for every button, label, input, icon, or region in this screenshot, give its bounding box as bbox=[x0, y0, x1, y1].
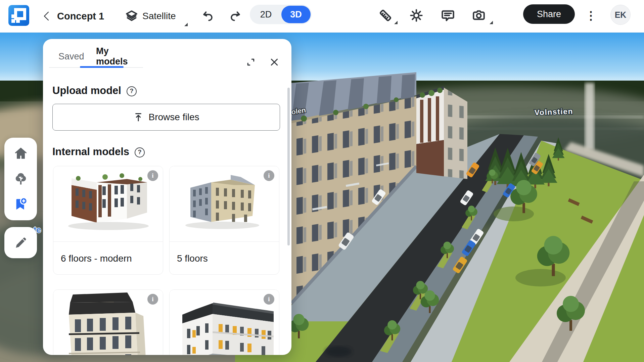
left-toolbar bbox=[4, 138, 37, 220]
chevron-left-icon bbox=[44, 12, 48, 20]
sun-icon bbox=[409, 8, 423, 22]
street-label-volnstien: Volnstien bbox=[534, 107, 573, 117]
tab-my-models[interactable]: My models bbox=[96, 46, 128, 66]
home-tool-button[interactable] bbox=[10, 144, 32, 164]
camera-icon bbox=[472, 8, 486, 22]
model-info-button[interactable]: i bbox=[147, 294, 158, 305]
browse-files-label: Browse files bbox=[149, 112, 199, 123]
undo-icon bbox=[201, 10, 214, 22]
close-icon bbox=[269, 57, 279, 67]
ruler-icon bbox=[378, 8, 393, 22]
toggle-3d[interactable]: 3D bbox=[281, 6, 311, 23]
expand-panel-button[interactable] bbox=[243, 54, 259, 70]
view-dimension-toggle: 2D 3D bbox=[250, 5, 312, 24]
model-card-6-floors-modern[interactable]: i 6 floors - modern bbox=[53, 166, 163, 275]
share-button[interactable]: Share bbox=[523, 4, 575, 24]
measure-button[interactable] bbox=[377, 7, 394, 24]
saved-models-tool-button[interactable] bbox=[10, 194, 32, 214]
back-button[interactable] bbox=[40, 8, 53, 24]
upload-icon bbox=[133, 112, 143, 122]
screenshot-button[interactable] bbox=[471, 7, 487, 24]
tree-icon bbox=[13, 172, 28, 186]
model-thumbnail bbox=[170, 166, 279, 241]
app-logo[interactable] bbox=[8, 5, 29, 26]
comment-icon bbox=[441, 8, 455, 22]
user-avatar[interactable]: EK bbox=[610, 5, 631, 25]
overflow-menu-button[interactable]: ⋮ bbox=[584, 7, 598, 24]
active-tab-indicator bbox=[80, 66, 124, 68]
internal-help-icon[interactable]: ? bbox=[135, 147, 145, 157]
top-toolbar: Concept 1 Satellite 2D 3D bbox=[0, 0, 644, 33]
panel-scrollbar[interactable] bbox=[287, 88, 290, 245]
redo-icon bbox=[229, 10, 242, 22]
upload-help-icon[interactable]: ? bbox=[127, 86, 137, 96]
expand-icon bbox=[246, 57, 256, 67]
model-info-button[interactable]: i bbox=[264, 170, 274, 181]
redo-button[interactable] bbox=[228, 9, 243, 24]
model-thumbnail bbox=[170, 290, 279, 355]
internal-section-header: Internal models ? bbox=[52, 146, 145, 158]
close-panel-button[interactable] bbox=[267, 54, 282, 70]
layers-icon bbox=[125, 9, 138, 23]
toggle-2d[interactable]: 2D bbox=[250, 5, 282, 24]
upload-section-header: Upload model ? bbox=[52, 85, 137, 97]
models-panel: Saved My models Upload model ? Browse fi… bbox=[43, 39, 291, 355]
pencil-icon bbox=[13, 235, 28, 250]
tab-saved[interactable]: Saved bbox=[58, 46, 84, 66]
model-card-5-floors[interactable]: i 5 floors bbox=[169, 166, 279, 275]
home-icon bbox=[13, 146, 28, 161]
layer-selector-label: Satellite bbox=[142, 11, 176, 21]
logo-glyph bbox=[14, 8, 26, 20]
model-card-label: 5 floors bbox=[170, 241, 279, 275]
browse-files-button[interactable]: Browse files bbox=[52, 104, 280, 131]
model-info-button[interactable]: i bbox=[264, 294, 274, 305]
bookmark-add-icon bbox=[13, 196, 29, 212]
dropdown-corner-icon bbox=[184, 23, 188, 26]
upload-section-title: Upload model bbox=[52, 85, 121, 97]
app-window: Volnstien olen te Concept 1 Satellite bbox=[0, 0, 644, 362]
vegetation-tool-button[interactable] bbox=[10, 169, 32, 189]
layer-selector-button[interactable]: Satellite bbox=[125, 8, 176, 24]
comments-button[interactable] bbox=[440, 7, 456, 24]
model-thumbnail bbox=[53, 290, 163, 355]
model-card-4[interactable]: i bbox=[169, 289, 279, 355]
model-card-3[interactable]: i bbox=[53, 289, 163, 355]
draw-tool-button[interactable] bbox=[10, 233, 32, 253]
project-title: Concept 1 bbox=[57, 8, 104, 24]
internal-section-title: Internal models bbox=[52, 146, 129, 158]
model-info-button[interactable]: i bbox=[147, 170, 158, 181]
dropdown-corner-icon bbox=[490, 21, 493, 24]
draw-toolbar bbox=[4, 227, 37, 258]
dropdown-corner-icon bbox=[394, 21, 398, 24]
model-card-label: 6 floors - modern bbox=[53, 241, 163, 275]
model-thumbnail bbox=[53, 166, 163, 241]
sun-study-button[interactable] bbox=[408, 7, 424, 24]
undo-button[interactable] bbox=[200, 9, 216, 24]
